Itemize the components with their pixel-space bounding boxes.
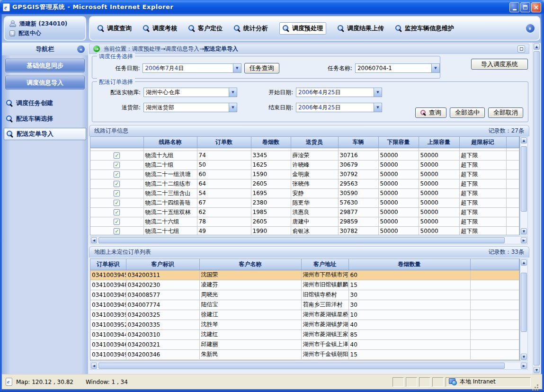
start-date-combobox[interactable]: 2006年 4月25日 ▼ (296, 88, 382, 97)
top-menu-item[interactable]: 监控车辆信息维护 (395, 24, 454, 33)
end-date-combobox[interactable]: 2006年 4月25日 ▼ (296, 103, 382, 112)
dropdown-arrow-icon[interactable]: ▼ (374, 103, 382, 112)
route-table-row[interactable]: ✓ 物流二十二组练市 64 2605 张晓伟 29563 50000 50000… (90, 179, 519, 188)
scroll-right-icon[interactable]: ▶ (521, 237, 527, 243)
limit-flag-cell: 超下限 (459, 207, 506, 217)
scrollbar-thumb[interactable] (534, 51, 540, 365)
top-menu-item[interactable]: 客户定位 (188, 24, 223, 33)
task-date-combobox[interactable]: 2006年 7月 4日 ▼ (143, 63, 241, 73)
top-menu-item[interactable]: 调度考核 (143, 24, 177, 33)
maximize-button[interactable] (520, 2, 530, 12)
search-icon (6, 116, 13, 122)
scrollbar-thumb[interactable] (521, 273, 527, 332)
select-all-button[interactable]: 全部选中 (450, 107, 485, 118)
sidebar-item[interactable]: 配送车辆选择 (2, 111, 88, 126)
start-date-value: 2006年 4月25日 (296, 88, 374, 97)
dropdown-arrow-icon[interactable]: ▼ (374, 88, 382, 97)
resize-grip[interactable] (533, 377, 539, 387)
scroll-down-icon[interactable]: ▼ (521, 354, 527, 360)
unlocated-table-vertical-scrollbar[interactable]: ▲ ▼ (520, 258, 528, 361)
warehouse-combobox[interactable]: 湖州中心仓库 ▼ (143, 88, 237, 97)
route-table-column-header: 超限标记 (459, 137, 506, 148)
sidebar-collapse-button[interactable]: « (77, 45, 85, 53)
scroll-up-icon[interactable]: ▲ (534, 44, 540, 50)
import-to-dispatch-button[interactable]: 导入调度系统 (471, 59, 528, 70)
delivery-dept-combobox[interactable]: 湖州送货部 ▼ (143, 103, 237, 112)
unlocated-table-row[interactable]: 034100394876 034200230 凌建芬 湖州市旧馆镇麒麟村北凌家兜… (90, 280, 519, 290)
route-table-row[interactable]: ✓ 物流二十组 50 1625 许晓峰 30679 50000 50000 超下… (90, 160, 519, 169)
row-checkbox[interactable]: ✓ (114, 200, 120, 206)
unlocated-table-row[interactable]: 034100394690 034200321 邱建丽 湖州市千金镇上泽路 40 (90, 339, 519, 349)
dropdown-arrow-icon[interactable]: ▼ (431, 64, 439, 72)
cigarette-count-cell: 1985 (251, 207, 291, 217)
scroll-up-icon[interactable]: ▲ (521, 259, 527, 266)
upper-capacity-cell: 50000 (419, 169, 459, 179)
sidebar-item[interactable]: 调度任务创建 (2, 95, 88, 111)
row-checkbox[interactable]: ✓ (114, 181, 120, 187)
dropdown-arrow-icon[interactable]: ▼ (229, 103, 237, 112)
close-button[interactable]: × (531, 2, 541, 12)
unlocated-table-row[interactable]: 034100393970 034200325 徐建江 湖州市菱湖镇星桥路156号… (90, 310, 519, 320)
unlocated-table-row[interactable]: 034100394449 034200310 沈建红 湖州市菱湖镇王家墩村(菱湖… (90, 330, 519, 339)
route-table-row[interactable]: ✓ 物流二十一组洪塘 60 1590 金明康 30792 50000 50000… (90, 169, 519, 179)
route-table-vertical-scrollbar[interactable]: ▲ ▼ (520, 136, 528, 235)
deselect-all-button[interactable]: 全部取消 (488, 107, 523, 118)
lower-capacity-cell: 50000 (378, 169, 419, 179)
scroll-down-icon[interactable]: ▼ (534, 367, 540, 373)
unlocated-table-row[interactable]: 034100394923 034008577 周晓光 旧馆镇寺桥村 30 (90, 290, 519, 300)
top-menu-item[interactable]: 调度结果上传 (338, 24, 384, 33)
scrollbar-thumb[interactable] (521, 146, 527, 212)
route-table-row[interactable]: ✓ 物流二十五组双林 62 1985 洪惠良 29877 50000 50000… (90, 207, 519, 217)
unlocated-table-row[interactable]: 034100395254 034200335 沈胜琴 湖州市菱湖镇梦湖街 40 (90, 320, 519, 330)
row-checkbox[interactable]: ✓ (114, 171, 120, 178)
unlocated-table-row[interactable]: 034100394948 034007774 陆信宝 苕南乡三田洋村 30 (90, 300, 519, 310)
customer-name-cell: 沈胜琴 (199, 320, 301, 330)
user-panel: 潘建新 (234010) 配送中心 (4, 16, 86, 41)
more-menu-button[interactable]: » (525, 23, 535, 34)
unlocated-table-horizontal-scrollbar[interactable]: ◀ ▶ (90, 362, 528, 370)
unlocated-table-row[interactable]: 034100394571 034200311 沈国荣 湖州市下昂镇市河路17号 … (90, 270, 519, 280)
scrollbar-thumb[interactable] (98, 363, 505, 369)
order-count-cell: 50 (197, 160, 251, 169)
sidebar-group-button[interactable]: 基础信息同步 (5, 59, 85, 72)
minimize-button[interactable] (509, 2, 519, 12)
row-checkbox[interactable]: ✓ (114, 219, 120, 225)
search-icon (188, 25, 195, 32)
scroll-right-icon[interactable]: ▶ (521, 363, 527, 369)
route-table-column-header (90, 137, 143, 148)
route-table-row[interactable]: ✓ 物流二十七组 49 1990 俞银冰 30782 50000 50000 超… (90, 226, 519, 235)
row-checkbox[interactable]: ✓ (114, 209, 120, 215)
sidebar-group-button[interactable]: 调度信息导入 (5, 76, 85, 89)
row-checkbox[interactable]: ✓ (114, 190, 120, 196)
unlocated-table-header-row: 订单标识客户标识客户名称客户地址卷烟数量 (90, 259, 519, 270)
row-checkbox[interactable]: ✓ (114, 152, 120, 159)
route-table-row[interactable]: ✓ 物流二十六组 78 2605 唐建中 29859 50000 50000 超… (90, 217, 519, 226)
route-table-horizontal-scrollbar[interactable]: ◀ ▶ (90, 236, 528, 244)
route-table-row[interactable]: ✓ 物流二十四组善琏 67 2380 陈更华 57630 50000 50000… (90, 198, 519, 207)
top-menu-item[interactable]: 统计分析 (234, 24, 268, 33)
route-table-row[interactable]: ✓ 物流十九组 74 3345 薛淦荣 30716 50000 50000 超下… (90, 151, 519, 160)
dropdown-arrow-icon[interactable]: ▼ (229, 88, 237, 97)
scrollbar-thumb[interactable] (98, 237, 505, 243)
user-name: 潘建新 (234010) (19, 20, 67, 28)
query-button[interactable]: 查询 (415, 107, 446, 118)
top-menu-item[interactable]: 调度查询 (98, 24, 132, 33)
route-table-row[interactable]: ✓ 物流二十三组含山 54 1695 安静 30590 50000 50000 … (90, 188, 519, 198)
unlocated-table-row[interactable]: 034100394926 034200346 朱新民 湖州市千金镇朝阳路80号 … (90, 349, 519, 359)
titlebar: e GPSGIS管理系统 - Microsoft Internet Explor… (0, 0, 544, 14)
scroll-down-icon[interactable]: ▼ (521, 228, 527, 234)
scroll-up-icon[interactable]: ▲ (521, 137, 527, 143)
page-vertical-scrollbar[interactable]: ▲ ▼ (533, 43, 541, 374)
order-count-cell: 78 (197, 217, 251, 226)
collapse-panel-button[interactable] (517, 45, 525, 53)
top-menu-item[interactable]: 调度预处理 (279, 22, 326, 35)
scroll-left-icon[interactable]: ◀ (91, 237, 97, 243)
task-name-combobox[interactable]: 20060704-1 ▼ (355, 63, 440, 73)
sidebar-item[interactable]: 配送定单导入 (4, 128, 86, 140)
row-checkbox[interactable]: ✓ (114, 228, 120, 234)
dropdown-arrow-icon[interactable]: ▼ (233, 64, 241, 72)
row-checkbox[interactable]: ✓ (114, 162, 120, 168)
filler-cell (506, 160, 519, 169)
scroll-left-icon[interactable]: ◀ (91, 363, 97, 369)
task-query-button[interactable]: 任务查询 (244, 63, 279, 73)
